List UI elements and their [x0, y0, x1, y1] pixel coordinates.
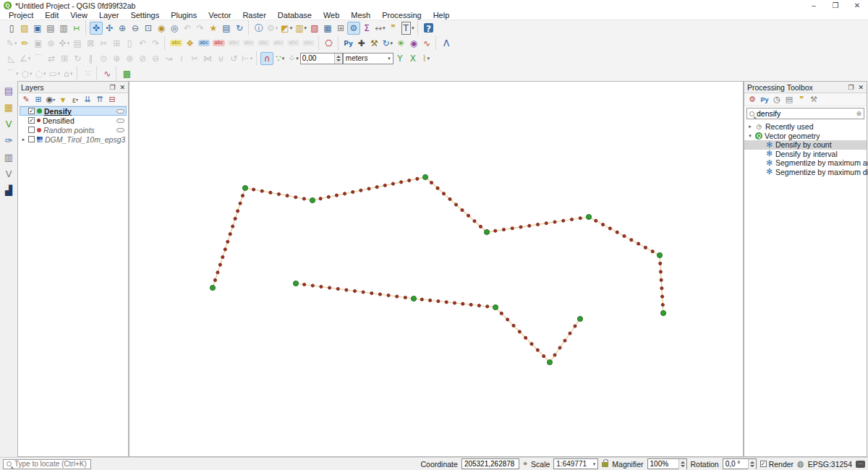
menu-project[interactable]: Project — [3, 11, 39, 20]
magnifier-spinner[interactable] — [678, 459, 686, 469]
magnifier-input[interactable] — [648, 460, 678, 468]
tree-item[interactable]: ✻Segmentize by maximum distance — [744, 168, 867, 177]
pin-labels[interactable]: abc — [197, 37, 212, 50]
layer-diagram[interactable]: ❖ — [184, 37, 197, 50]
python-scripts[interactable]: Py — [759, 94, 770, 106]
enable-tracing[interactable]: ⌇▾ — [420, 52, 433, 65]
processing-history[interactable]: ↻▾ — [381, 37, 395, 50]
close-button[interactable]: ✕ — [846, 0, 868, 11]
map-canvas[interactable] — [129, 81, 744, 457]
snapping-type[interactable]: ⁘▾ — [286, 52, 300, 65]
histogram-tool[interactable]: ▟ — [2, 185, 15, 197]
layer-labeling[interactable]: abc — [169, 37, 184, 50]
refresh-map[interactable]: ↻ — [233, 22, 246, 35]
open-attribute-table[interactable]: ▦ — [321, 22, 334, 35]
manage-map-themes[interactable]: ◉▾ — [45, 94, 56, 106]
layer-row[interactable]: Densified — [20, 116, 127, 125]
measure[interactable]: ↔▾ — [373, 22, 387, 35]
layer-row[interactable]: ▸DGM_Tirol_10m_epsg31254 — [20, 134, 127, 144]
new-project[interactable]: ▯ — [5, 22, 18, 35]
processing-float-icon[interactable]: ❐ — [848, 84, 854, 91]
tree-item[interactable]: ▾QVector geometry — [744, 132, 867, 141]
plugin-debug[interactable]: ✚ — [355, 37, 368, 50]
trim-extend-dropdown-icon[interactable]: ▾ — [250, 56, 253, 61]
menu-processing[interactable]: Processing — [376, 11, 427, 20]
open-project[interactable]: ▨ — [18, 22, 31, 35]
plugin-green-layer[interactable]: ▩ — [120, 67, 133, 80]
menu-edit[interactable]: Edit — [39, 11, 64, 20]
menu-help[interactable]: Help — [427, 11, 456, 20]
processing-close-icon[interactable]: ✕ — [858, 84, 864, 91]
zoom-in[interactable]: ⊕ — [116, 22, 129, 35]
project-properties[interactable]: ▥ — [57, 22, 70, 35]
map-tips[interactable]: ❞ — [387, 22, 400, 35]
elevation-profile[interactable]: ∿ — [101, 67, 114, 80]
menu-vector[interactable]: Vector — [203, 11, 237, 20]
toggle-editing[interactable]: ✏ — [19, 37, 32, 50]
select-by-value-dropdown-icon[interactable]: ▾ — [304, 25, 307, 31]
layers-float-icon[interactable]: ❐ — [109, 84, 115, 91]
new-geopackage-layer[interactable]: ✑ — [2, 135, 15, 147]
style-manager[interactable]: ∺ — [70, 22, 83, 35]
select-features[interactable]: ◩▾ — [279, 22, 294, 35]
show-bookmarks[interactable]: ▤ — [220, 22, 233, 35]
lock-scale-icon[interactable] — [602, 462, 608, 468]
clear-search-icon[interactable]: ⊗ — [856, 110, 861, 117]
menu-mesh[interactable]: Mesh — [345, 11, 376, 20]
pan-to-selection[interactable]: ✣ — [103, 22, 116, 35]
draw-ellipse-dropdown-icon[interactable]: ▾ — [43, 71, 46, 77]
identify-features[interactable]: ⓘ — [252, 22, 265, 35]
plugin-lambda[interactable]: Λ — [440, 37, 453, 50]
open-layer-styling[interactable]: ✎ — [20, 94, 32, 106]
rotation-input[interactable] — [723, 460, 748, 468]
draw-rectangle-dropdown-icon[interactable]: ▾ — [58, 71, 61, 77]
digitize-with-curve-dropdown-icon[interactable]: ▾ — [28, 56, 31, 61]
processing-history-dropdown-icon[interactable]: ▾ — [391, 40, 393, 46]
menu-web[interactable]: Web — [318, 11, 345, 20]
restore-button[interactable]: ❐ — [825, 0, 846, 11]
coordinate-input[interactable] — [462, 460, 519, 468]
expand-all[interactable]: ⇊ — [82, 94, 93, 106]
snapping-mode-dropdown-icon[interactable]: ▾ — [282, 56, 285, 61]
draw-regular-polygon-dropdown-icon[interactable]: ▾ — [70, 71, 73, 77]
history[interactable]: ◷ — [771, 94, 783, 106]
layer-visibility-checkbox[interactable] — [28, 127, 35, 133]
zoom-out[interactable]: ⊖ — [129, 22, 142, 35]
snapping-tolerance-spinner[interactable] — [334, 54, 342, 64]
add-database-layer[interactable]: ▥ — [2, 152, 15, 163]
hexagon-tool[interactable]: ⎔ — [323, 37, 336, 50]
results-viewer[interactable]: ▤ — [783, 94, 795, 106]
add-raster-layer[interactable]: ▦ — [2, 102, 15, 114]
processing-search-input[interactable] — [757, 109, 854, 118]
select-by-value[interactable]: ▥▾ — [294, 22, 308, 35]
snapping-mode[interactable]: ∵▾ — [273, 52, 286, 65]
data-source-manager[interactable]: ▤ — [2, 85, 15, 97]
highlight-unplaced-labels[interactable]: abc — [211, 37, 226, 50]
select-features-dropdown-icon[interactable]: ▾ — [290, 25, 293, 31]
plugin-star[interactable]: ✳ — [394, 37, 407, 50]
snapping-units[interactable]: meters▾ — [343, 53, 393, 64]
tree-chevron-icon[interactable]: ▾ — [747, 133, 753, 139]
render-checkbox[interactable] — [760, 461, 767, 467]
snapping-on-intersection[interactable]: X — [407, 52, 420, 65]
edit-features-in-place[interactable]: ❞ — [796, 94, 807, 106]
snapping-type-dropdown-icon[interactable]: ▾ — [296, 56, 299, 61]
layers-close-icon[interactable]: ✕ — [119, 84, 125, 91]
processing-toolbox-toggle[interactable]: ⚙ — [347, 22, 360, 35]
menu-raster[interactable]: Raster — [237, 11, 271, 20]
filter-legend-by-expression[interactable]: ε▾ — [69, 94, 81, 106]
coordinate-extent-toggle-icon[interactable]: ⌖ — [523, 459, 527, 469]
tree-item[interactable]: ✻Densify by count — [744, 140, 867, 150]
collapse-all[interactable]: ⇈ — [94, 94, 106, 106]
circular-string-dropdown-icon[interactable]: ▾ — [16, 71, 19, 77]
tree-item[interactable]: ✻Densify by interval — [744, 150, 867, 159]
enable-snapping[interactable]: ∩ — [260, 52, 273, 65]
menu-settings[interactable]: Settings — [124, 11, 165, 20]
plugin-donut[interactable]: ◉ — [407, 37, 420, 50]
options[interactable]: ⚒ — [808, 94, 820, 106]
plugin-chart[interactable]: ∿ — [420, 37, 433, 50]
measure-dropdown-icon[interactable]: ▾ — [383, 25, 386, 31]
save-project[interactable]: ▣ — [31, 22, 44, 35]
layer-row[interactable]: Random points — [20, 125, 127, 134]
enable-tracing-dropdown-icon[interactable]: ▾ — [427, 56, 430, 61]
